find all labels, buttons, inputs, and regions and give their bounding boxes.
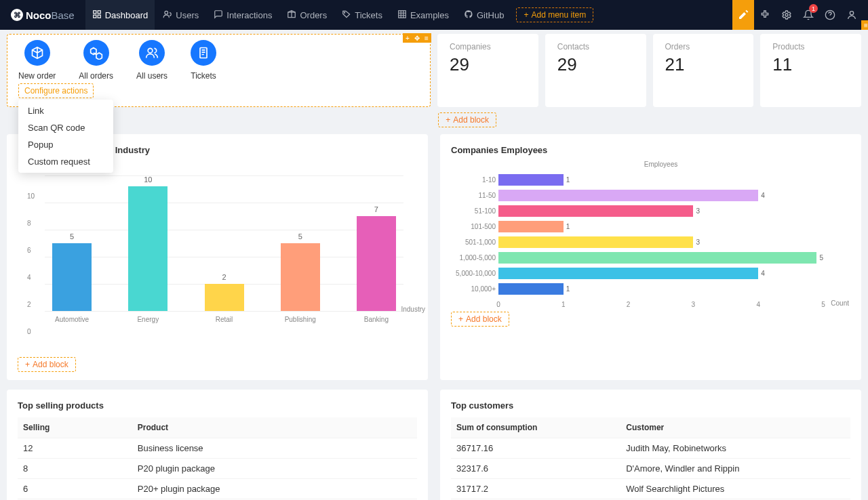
nav: DashboardUsersInteractionsOrdersTicketsE… [85, 0, 511, 30]
nav-interactions[interactable]: Interactions [207, 0, 279, 30]
hbar-5,000-10,000: 5,000-10,0004 [498, 266, 823, 281]
add-block-button[interactable]: +Add block [438, 112, 496, 127]
svg-point-4 [165, 11, 168, 14]
hbar-101-500: 101-5001 [498, 219, 823, 234]
dropdown-item-popup[interactable]: Popup [18, 136, 113, 153]
notifications-icon[interactable]: 1 [797, 0, 819, 30]
cell: P20+ plugin package [132, 479, 417, 499]
table-row[interactable]: 6P20+ plugin package [18, 479, 417, 499]
svg-point-8 [785, 14, 788, 16]
top-customers-card: Top customers Sum of consumptionCustomer… [440, 390, 861, 500]
qa-label: All users [136, 71, 167, 81]
bar-energy: 10Energy [121, 175, 175, 311]
svg-point-11 [148, 48, 153, 53]
chat-icon [214, 9, 223, 21]
logo-icon: ⌘ [11, 9, 23, 21]
nav-tickets[interactable]: Tickets [335, 0, 389, 30]
bar-automotive: 5Automotive [45, 175, 99, 311]
x-axis-label: Industry [401, 306, 425, 313]
stat-label: Companies [450, 42, 526, 51]
svg-rect-2 [98, 15, 100, 18]
nav-dashboard[interactable]: Dashboard [85, 0, 155, 30]
nav-github[interactable]: GitHub [457, 0, 511, 30]
logo-text: NocoBase [26, 9, 75, 21]
col-header: Customer [620, 417, 850, 438]
cell: 12 [18, 438, 132, 459]
nav-label: Dashboard [105, 10, 149, 20]
add-menu-item-button[interactable]: + Add menu item [516, 7, 593, 22]
cell: Judith May, Robinetworks [620, 438, 850, 459]
cell: 8 [18, 459, 132, 479]
stat-companies: Companies29 [437, 34, 538, 107]
x-axis-label: Count [831, 299, 849, 307]
settings-icon[interactable] [776, 0, 797, 30]
logo[interactable]: ⌘ NocoBase [5, 9, 80, 21]
nav-users[interactable]: Users [156, 0, 205, 30]
qa-new-order[interactable]: New order [18, 40, 56, 81]
svg-point-10 [850, 12, 853, 15]
cube-icon [24, 40, 50, 66]
table-row[interactable]: 12Business license [18, 438, 417, 459]
cell: 36717.16 [451, 438, 620, 459]
col-header: Selling [18, 417, 132, 438]
add-block-icon[interactable]: + [403, 33, 412, 43]
users-icon [139, 40, 165, 66]
table-row[interactable]: 31717.2Wolf Searchlight Pictures [451, 479, 850, 499]
nav-label: Tickets [355, 10, 382, 20]
cell: P20 plugin package [132, 459, 417, 479]
table-title: Top customers [451, 400, 850, 411]
nav-label: Examples [410, 10, 449, 20]
tag-icon [342, 9, 351, 21]
qa-tickets[interactable]: Tickets [191, 40, 216, 81]
table-row[interactable]: 36717.16Judith May, Robinetworks [451, 438, 850, 459]
col-header: Product [132, 417, 417, 438]
table-row[interactable]: 32317.6D'Amore, Windler and Rippin [451, 459, 850, 479]
dropdown-item-scan-qr-code[interactable]: Scan QR code [18, 119, 113, 136]
qa-all-orders[interactable]: All orders [79, 40, 113, 81]
add-block-button[interactable]: +Add block [451, 312, 509, 327]
hbar-10,000+: 10,000+1 [498, 281, 823, 297]
design-mode-icon[interactable] [732, 0, 754, 30]
plugin-icon[interactable] [754, 0, 776, 30]
github-icon [464, 9, 473, 21]
cell: D'Amore, Windler and Rippin [620, 459, 850, 479]
svg-point-6 [344, 12, 345, 13]
nav-label: Users [176, 10, 199, 20]
cell: 32317.6 [451, 459, 620, 479]
block-corner-tools: + ✥ ≡ [403, 33, 431, 43]
dropdown-item-link[interactable]: Link [18, 102, 113, 119]
nav-orders[interactable]: Orders [280, 0, 334, 30]
qa-label: All orders [79, 71, 113, 81]
hbar-11-50: 11-504 [498, 188, 823, 203]
cell: Wolf Searchlight Pictures [620, 479, 850, 499]
dropdown-item-custom-request[interactable]: Custom request [18, 153, 113, 170]
bar-chart: 02468105Automotive10Energy2Retail5Publis… [18, 175, 417, 311]
hbar-51-100: 51-1003 [498, 203, 823, 219]
qa-label: Tickets [191, 71, 216, 81]
cell: Business license [132, 438, 417, 459]
sidemenu-toggle[interactable]: ≡ [861, 20, 868, 30]
table-row[interactable]: 8P20 plugin package [18, 459, 417, 479]
col-header: Sum of consumption [451, 417, 620, 438]
add-block-button[interactable]: +Add block [18, 357, 76, 372]
topbar-right: 1 [732, 0, 863, 30]
stat-contacts: Contacts29 [545, 34, 646, 107]
configure-actions-button[interactable]: Configure actions [18, 83, 94, 98]
stat-label: Products [772, 42, 849, 51]
nav-label: Interactions [226, 10, 272, 20]
users-icon [163, 9, 172, 21]
move-block-icon[interactable]: ✥ [412, 33, 422, 43]
nav-examples[interactable]: Examples [391, 0, 456, 30]
stat-value: 21 [665, 54, 742, 75]
chart-title: Companies Industry [65, 145, 417, 155]
doc-icon [191, 40, 216, 66]
stat-value: 29 [450, 54, 526, 75]
qa-all-users[interactable]: All users [136, 40, 167, 81]
hbar-1-10: 1-101 [498, 172, 823, 188]
grid-icon [397, 9, 407, 21]
plus-icon: + [446, 115, 450, 125]
top-customers-table: Sum of consumptionCustomer36717.16Judith… [451, 417, 850, 500]
help-icon[interactable] [819, 0, 841, 30]
block-menu-icon[interactable]: ≡ [422, 33, 431, 43]
user-avatar-icon[interactable] [841, 0, 863, 30]
